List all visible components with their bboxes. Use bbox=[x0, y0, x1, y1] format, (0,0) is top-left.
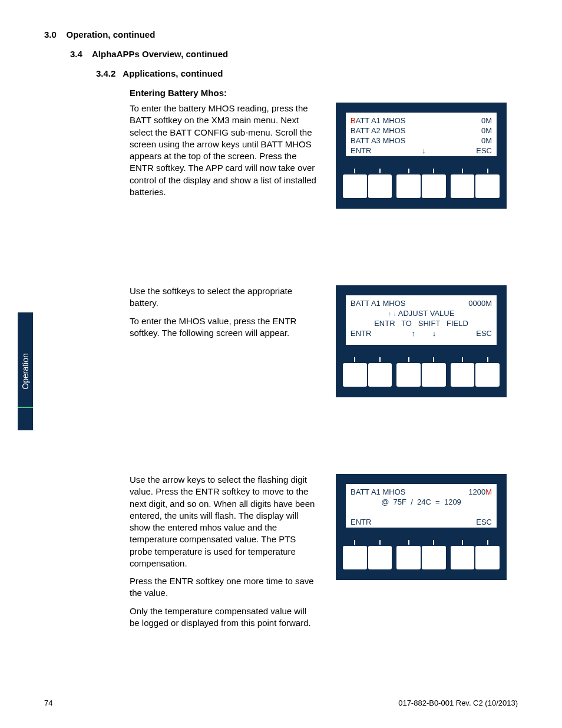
softkey-button[interactable] bbox=[451, 546, 475, 569]
page-content: 3.0 Operation, continued 3.4 AlphaAPPs O… bbox=[44, 29, 518, 635]
heading-1: 3.0 Operation, continued bbox=[44, 29, 518, 39]
device-1-screen: BATT A1 MHOS 0M BATT A2 MHOS 0M BATT A3 … bbox=[345, 111, 498, 157]
section-3: Use the arrow keys to select the flashin… bbox=[130, 474, 518, 635]
page-number: 74 bbox=[44, 699, 52, 707]
section-1-text: To enter the battery MHOS reading, press… bbox=[130, 103, 318, 209]
device-3-buttons bbox=[343, 546, 500, 569]
side-tab-label: Operation bbox=[21, 353, 30, 389]
softkey-button[interactable] bbox=[451, 174, 475, 198]
arrow-up-icon bbox=[411, 329, 415, 338]
heading-4: Entering Battery Mhos: bbox=[130, 88, 518, 98]
heading-2: 3.4 AlphaAPPs Overview, continued bbox=[70, 49, 518, 59]
softkey-button[interactable] bbox=[368, 174, 392, 198]
device-2-buttons bbox=[343, 363, 500, 387]
softkey-button[interactable] bbox=[475, 363, 500, 387]
doc-revision: 017-882-B0-001 Rev. C2 (10/2013) bbox=[398, 699, 518, 707]
section-3-text: Use the arrow keys to select the flashin… bbox=[130, 474, 318, 635]
device-1-buttons bbox=[343, 174, 500, 198]
side-section-number: 3.0 bbox=[18, 409, 33, 433]
arrow-down-icon bbox=[432, 329, 437, 338]
side-tab-accent bbox=[18, 407, 33, 408]
softkey-button[interactable] bbox=[343, 174, 367, 198]
softkey-button[interactable] bbox=[343, 546, 367, 569]
softkey-button[interactable] bbox=[396, 174, 421, 198]
heading-3: 3.4.2 Applications, continued bbox=[96, 68, 518, 78]
device-1: BATT A1 MHOS 0M BATT A2 MHOS 0M BATT A3 … bbox=[336, 103, 507, 209]
device-3: BATT A1 MHOS 1200M @ 75F / 24C = 1209 EN… bbox=[336, 474, 507, 580]
softkey-button[interactable] bbox=[475, 174, 500, 198]
softkey-button[interactable] bbox=[422, 174, 446, 198]
arrow-down-icon bbox=[422, 146, 426, 156]
section-2-text: Use the softkeys to select the appropria… bbox=[130, 285, 318, 397]
device-3-screen: BATT A1 MHOS 1200M @ 75F / 24C = 1209 EN… bbox=[345, 483, 498, 529]
softkey-button[interactable] bbox=[475, 546, 500, 569]
softkey-button[interactable] bbox=[422, 363, 446, 387]
softkey-button[interactable] bbox=[422, 546, 446, 569]
softkey-button[interactable] bbox=[451, 363, 475, 387]
softkey-button[interactable] bbox=[396, 546, 421, 569]
softkey-button[interactable] bbox=[396, 363, 421, 387]
softkey-button[interactable] bbox=[343, 363, 367, 387]
device-2-screen: BATT A1 MHOS 0000M ↑ ↓ ADJUST VALUE ENTR… bbox=[345, 294, 498, 346]
page-footer: 74 017-882-B0-001 Rev. C2 (10/2013) bbox=[44, 699, 518, 707]
softkey-button[interactable] bbox=[368, 546, 392, 569]
device-2: BATT A1 MHOS 0000M ↑ ↓ ADJUST VALUE ENTR… bbox=[336, 285, 507, 397]
section-1: To enter the battery MHOS reading, press… bbox=[130, 103, 518, 209]
section-2: Use the softkeys to select the appropria… bbox=[130, 285, 518, 397]
softkey-button[interactable] bbox=[368, 363, 392, 387]
